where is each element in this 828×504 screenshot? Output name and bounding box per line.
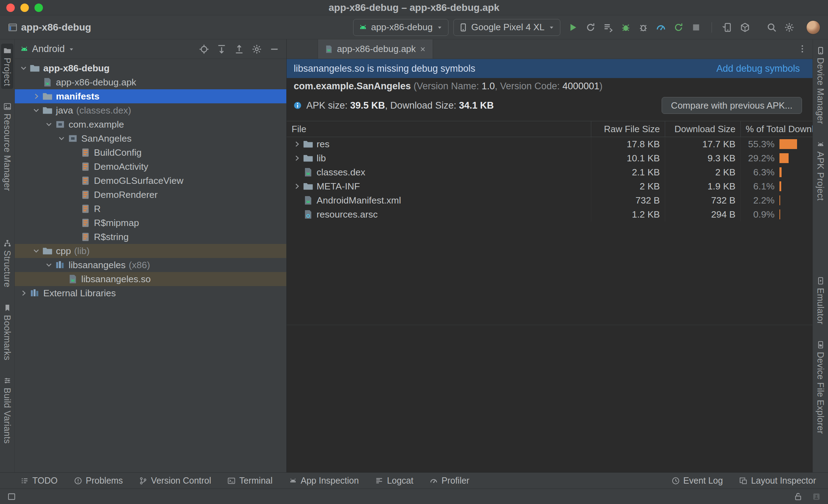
tree-item-app-x86-debug[interactable]: app-x86-debug: [15, 61, 286, 75]
zoom-window-button[interactable]: [34, 4, 43, 12]
tree-item-com-example[interactable]: com.example: [15, 117, 286, 131]
tree-item-libsanangeles[interactable]: libsanangeles(x86): [15, 258, 286, 272]
indent-slot: [68, 161, 80, 172]
project-view-select[interactable]: Android: [20, 44, 75, 54]
device-select[interactable]: Google Pixel 4 XL: [453, 19, 560, 36]
select-opened-file-button[interactable]: [198, 44, 210, 55]
run-configuration-select[interactable]: app-x86-debug: [353, 19, 448, 36]
tree-item-java[interactable]: java(classes.dex): [15, 103, 286, 117]
tool-window-label: Problems: [86, 476, 123, 486]
tool-window-button-app-inspection[interactable]: App Inspection: [289, 476, 359, 486]
column-header-download-size[interactable]: Download Size: [665, 121, 740, 137]
apply-code-changes-button[interactable]: [671, 20, 686, 35]
sync-project-button[interactable]: [737, 20, 753, 35]
tool-window-button-build-variants[interactable]: Build Variants: [1, 374, 13, 446]
tree-item-cpp[interactable]: cpp(lib): [15, 244, 286, 258]
debug-button[interactable]: [618, 20, 633, 35]
minimize-window-button[interactable]: [20, 4, 29, 12]
tool-window-button-event-log[interactable]: Event Log: [671, 476, 723, 486]
more-options-icon[interactable]: [798, 44, 807, 53]
search-everywhere-button[interactable]: [764, 20, 779, 35]
chevron-right-icon[interactable]: [291, 181, 303, 192]
window-title: app-x86-debug – app-x86-debug.apk: [0, 2, 828, 13]
chevron-down-icon[interactable]: [30, 246, 42, 256]
tree-item-app-x86-debug-apk[interactable]: app-x86-debug.apk: [15, 75, 286, 89]
tree-item-r-string[interactable]: R$string: [15, 230, 286, 244]
editor-tab-apk[interactable]: app-x86-debug.apk: [318, 39, 433, 59]
chevron-down-icon[interactable]: [56, 133, 68, 144]
tree-item-libsanangeles-so[interactable]: libsanangeles.so: [15, 272, 286, 286]
hide-button[interactable]: [269, 44, 280, 55]
tree-item-buildconfig[interactable]: BuildConfig: [15, 146, 286, 160]
project-widget[interactable]: app-x86-debug: [8, 22, 91, 33]
stop-button[interactable]: [688, 20, 704, 35]
apk-row-meta-inf[interactable]: META-INF2 KB1.9 KB6.1%: [287, 179, 813, 193]
collapse-all-button[interactable]: [234, 44, 245, 55]
tool-window-button-profiler[interactable]: Profiler: [429, 476, 469, 486]
lock-icon[interactable]: [794, 492, 803, 501]
rerun-button[interactable]: [583, 20, 598, 35]
add-debug-symbols-link[interactable]: Add debug symbols: [716, 63, 800, 74]
apply-changes-icon: [603, 22, 613, 33]
tree-item-demoglsurfaceview[interactable]: DemoGLSurfaceView: [15, 174, 286, 188]
tool-window-button-todo[interactable]: TODO: [20, 476, 58, 486]
tree-item-external-libraries[interactable]: External Libraries: [15, 286, 286, 300]
settings-button[interactable]: [251, 44, 262, 55]
tool-window-button-project[interactable]: Project: [1, 44, 13, 89]
chevron-right-icon[interactable]: [291, 139, 303, 149]
column-header-raw-size[interactable]: Raw File Size: [591, 121, 665, 137]
chevron-right-icon[interactable]: [291, 153, 303, 163]
tool-window-button-problems[interactable]: Problems: [74, 476, 123, 486]
tree-item-demorenderer[interactable]: DemoRenderer: [15, 188, 286, 202]
editor-lower-pane: [287, 325, 813, 472]
tool-window-label: Version Control: [151, 476, 211, 486]
tool-window-button-resource-manager[interactable]: Resource Manager: [1, 99, 13, 194]
avatar[interactable]: [806, 20, 820, 34]
profile-button[interactable]: [653, 20, 669, 35]
tool-window-button-device-file-explorer[interactable]: Device File Explorer: [814, 338, 827, 437]
apk-row-classes-dex[interactable]: classes.dex2.1 KB2 KB6.3%: [287, 165, 813, 179]
download-size-cell: 1.9 KB: [665, 179, 740, 193]
tree-item-manifests[interactable]: manifests: [15, 89, 286, 103]
tool-window-button-logcat[interactable]: Logcat: [375, 476, 413, 486]
tree-item-r-mipmap[interactable]: R$mipmap: [15, 216, 286, 230]
chevron-down-icon[interactable]: [43, 260, 55, 270]
tool-window-button-device-manager[interactable]: Device Manager: [814, 44, 827, 127]
column-header-file[interactable]: File: [287, 121, 591, 137]
settings-button[interactable]: [782, 20, 797, 35]
close-window-button[interactable]: [6, 4, 15, 12]
window-preview-icon[interactable]: [7, 492, 16, 501]
compare-apk-button[interactable]: Compare with previous APK...: [662, 97, 802, 114]
tool-window-button-layout-inspector[interactable]: Layout Inspector: [739, 476, 816, 486]
tree-item-label: DemoRenderer: [94, 189, 158, 200]
apk-row-res[interactable]: res17.8 KB17.7 KB55.3%: [287, 137, 813, 151]
device-manager-button[interactable]: [720, 20, 735, 35]
chevron-down-icon[interactable]: [43, 119, 55, 130]
tool-window-button-apk-project[interactable]: APK Project: [814, 137, 827, 203]
apk-row-lib[interactable]: lib10.1 KB9.3 KB29.2%: [287, 151, 813, 165]
column-header-percent[interactable]: % of Total Downlo...: [740, 121, 813, 137]
attach-debugger-button[interactable]: [636, 20, 651, 35]
tree-item-label: SanAngeles: [81, 133, 132, 144]
chevron-down-icon[interactable]: [30, 105, 42, 116]
tool-window-button-terminal[interactable]: Terminal: [227, 476, 272, 486]
apk-row-androidmanifest-xml[interactable]: AndroidManifest.xml732 B732 B2.2%: [287, 193, 813, 207]
tool-window-button-version-control[interactable]: Version Control: [139, 476, 211, 486]
class-icon: [80, 161, 91, 172]
tree-item-sanangeles[interactable]: SanAngeles: [15, 131, 286, 146]
expand-all-button[interactable]: [216, 44, 227, 55]
tool-window-button-emulator[interactable]: Emulator: [814, 274, 827, 327]
chevron-right-icon[interactable]: [18, 288, 30, 298]
tree-item-r[interactable]: R: [15, 202, 286, 216]
tree-item-demoactivity[interactable]: DemoActivity: [15, 160, 286, 174]
tool-window-button-structure[interactable]: Structure: [1, 236, 13, 290]
tree-item-suffix: (lib): [74, 246, 90, 257]
chevron-down-icon[interactable]: [18, 63, 30, 73]
run-button[interactable]: [565, 20, 581, 35]
user-widget-icon[interactable]: [812, 492, 821, 501]
chevron-right-icon[interactable]: [30, 91, 42, 102]
apply-changes-button[interactable]: [600, 20, 616, 35]
close-icon[interactable]: [419, 46, 426, 53]
apk-row-resources-arsc[interactable]: resources.arsc1.2 KB294 B0.9%: [287, 207, 813, 221]
tool-window-button-bookmarks[interactable]: Bookmarks: [1, 301, 13, 363]
